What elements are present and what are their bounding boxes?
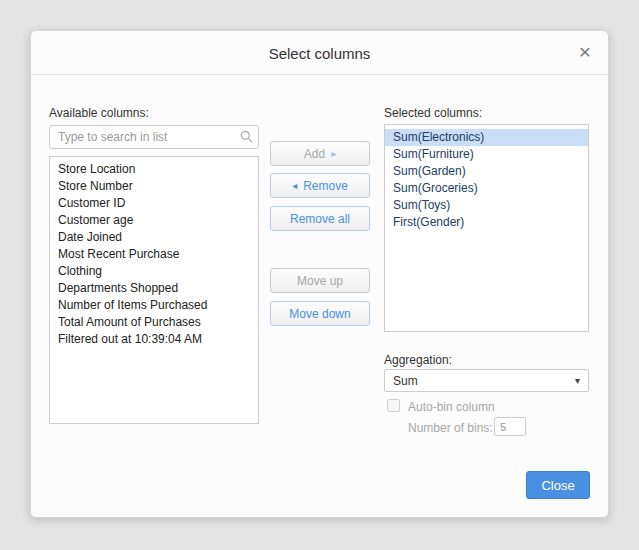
list-item[interactable]: Store Number [50, 178, 258, 195]
list-item[interactable]: Sum(Electronics) [385, 129, 588, 146]
dialog-title: Select columns [31, 45, 608, 62]
list-item[interactable]: Customer ID [50, 195, 258, 212]
autobin-label: Auto-bin column [408, 400, 495, 414]
add-button-label: Add [304, 147, 325, 161]
list-item[interactable]: Store Location [50, 161, 258, 178]
move-down-button-label: Move down [289, 307, 350, 321]
move-down-button[interactable]: Move down [270, 301, 370, 326]
dialog-header: Select columns × [31, 31, 608, 75]
list-item[interactable]: Departments Shopped [50, 280, 258, 297]
remove-button[interactable]: ◂ Remove [270, 173, 370, 198]
aggregation-selected-value: Sum [393, 374, 418, 388]
list-item[interactable]: Clothing [50, 263, 258, 280]
list-item[interactable]: Sum(Garden) [385, 163, 588, 180]
selected-columns-label: Selected columns: [384, 106, 482, 120]
list-item[interactable]: Sum(Furniture) [385, 146, 588, 163]
close-icon[interactable]: × [579, 41, 591, 62]
arrow-left-icon: ◂ [292, 181, 297, 191]
list-item[interactable]: Total Amount of Purchases [50, 314, 258, 331]
number-of-bins-input[interactable] [494, 417, 526, 436]
dropdown-arrow-icon: ▾ [575, 375, 580, 386]
move-up-button-label: Move up [297, 274, 343, 288]
list-item[interactable]: Sum(Toys) [385, 197, 588, 214]
list-item[interactable]: Customer age [50, 212, 258, 229]
aggregation-label: Aggregation: [384, 353, 452, 367]
list-item[interactable]: Sum(Groceries) [385, 180, 588, 197]
available-columns-list[interactable]: Store LocationStore NumberCustomer IDCus… [49, 156, 259, 424]
number-of-bins-label: Number of bins: [408, 421, 493, 435]
remove-button-label: Remove [303, 179, 348, 193]
search-input[interactable] [49, 125, 259, 149]
autobin-checkbox[interactable] [387, 399, 400, 412]
list-item[interactable]: Most Recent Purchase [50, 246, 258, 263]
remove-all-button-label: Remove all [290, 212, 350, 226]
remove-all-button[interactable]: Remove all [270, 206, 370, 231]
search-field [49, 125, 259, 149]
available-columns-label: Available columns: [49, 106, 149, 120]
add-button[interactable]: Add ▸ [270, 141, 370, 166]
list-item[interactable]: First(Gender) [385, 214, 588, 231]
aggregation-select[interactable]: Sum ▾ [384, 369, 589, 392]
list-item[interactable]: Filtered out at 10:39:04 AM [50, 331, 258, 348]
selected-columns-list[interactable]: Sum(Electronics)Sum(Furniture)Sum(Garden… [384, 124, 589, 332]
select-columns-dialog: Select columns × Available columns: Stor… [30, 30, 609, 518]
arrow-right-icon: ▸ [331, 149, 336, 159]
list-item[interactable]: Number of Items Purchased [50, 297, 258, 314]
close-button[interactable]: Close [526, 471, 590, 499]
search-icon [240, 130, 253, 143]
move-up-button[interactable]: Move up [270, 268, 370, 293]
list-item[interactable]: Date Joined [50, 229, 258, 246]
